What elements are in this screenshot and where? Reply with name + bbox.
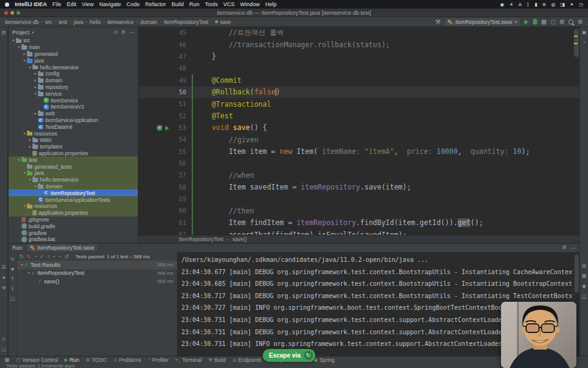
clock-icon[interactable]: ◷: [579, 2, 583, 7]
toolwindow-button-build[interactable]: ⚒Build: [208, 357, 225, 363]
tree-chevron-icon[interactable]: ▾: [33, 91, 38, 96]
hide-passed-icon[interactable]: ✓: [40, 254, 44, 259]
breadcrumb-item[interactable]: itemservice: [107, 19, 134, 25]
zoom-window-icon[interactable]: [17, 11, 20, 15]
project-tree-item[interactable]: ▾src: [9, 37, 138, 44]
test-tree-item[interactable]: ✓save()588 ms: [17, 277, 177, 286]
breadcrumb-item[interactable]: save: [215, 19, 231, 25]
bean-stripe-icon[interactable]: ◉: [582, 284, 586, 289]
editor-line[interactable]: 52 @Test: [138, 110, 579, 121]
tree-chevron-icon[interactable]: ▸: [28, 137, 32, 142]
editor-breadcrumb-item[interactable]: ItemRepositoryTest: [179, 236, 224, 242]
run-test-gutter-icon[interactable]: [165, 126, 169, 131]
breadcrumb-item[interactable]: test: [59, 19, 67, 25]
pin-stripe-icon[interactable]: ▢: [10, 296, 15, 301]
editor-breadcrumb-item[interactable]: save(): [232, 236, 247, 242]
console-line[interactable]: /Users/kimyounghan/.sdkman/candidates/ja…: [181, 254, 573, 266]
settings-gear-icon[interactable]: ⚙: [562, 245, 567, 250]
keyboard-brightness-icon[interactable]: ☀: [509, 2, 513, 7]
toolwindow-button-version-control[interactable]: ▢Version Control: [17, 357, 58, 363]
tree-chevron-icon[interactable]: ▸: [33, 78, 38, 83]
code-editor[interactable]: 45 //트랜잭션 롤백46 //transactionManager.roll…: [138, 27, 579, 235]
project-tree-item[interactable]: ▾main: [9, 44, 138, 51]
tree-chevron-icon[interactable]: ▾: [22, 204, 27, 209]
toolwindow-button-run[interactable]: ▶Run: [64, 357, 79, 363]
toolwindow-switcher-icon[interactable]: ▦: [5, 357, 10, 362]
project-tree-item[interactable]: ▸config: [9, 71, 138, 77]
test-passed-gutter-icon[interactable]: ✓: [157, 125, 162, 131]
tree-chevron-icon[interactable]: ▸: [33, 85, 38, 90]
editor-line[interactable]: 56: [138, 158, 579, 169]
menu-window[interactable]: Window: [240, 1, 260, 7]
project-tree-item[interactable]: CItemServiceApplication: [9, 117, 138, 124]
toolwindow-button-spring[interactable]: ◉Spring: [314, 357, 335, 363]
project-tree-item[interactable]: build.gradle: [9, 223, 138, 229]
hide-panel-icon[interactable]: —: [571, 245, 576, 250]
input-source-icon[interactable]: A: [519, 2, 522, 7]
project-tree-item[interactable]: ▾resources: [9, 203, 138, 210]
tree-chevron-icon[interactable]: ▾: [26, 270, 31, 275]
toggle-auto-test-icon[interactable]: ◔: [34, 254, 37, 259]
problems-stripe-icon[interactable]: ⚠: [2, 337, 6, 342]
stop-button[interactable]: [560, 20, 564, 24]
editor-line[interactable]: 60 //then: [138, 205, 579, 217]
control-center-icon[interactable]: ◨: [560, 2, 565, 7]
sort-icon[interactable]: ↕: [47, 254, 50, 259]
maven-stripe-icon[interactable]: ▥: [582, 263, 586, 268]
bluetooth-icon[interactable]: ᛒ: [527, 2, 530, 7]
editor-line[interactable]: 54 //given: [138, 134, 579, 145]
build-hammer-icon[interactable]: ⚒: [435, 19, 440, 25]
project-tree-item[interactable]: generated_tests: [9, 163, 138, 170]
toolwindow-button-terminal[interactable]: >_Terminal: [175, 357, 202, 363]
editor-line[interactable]: 48: [138, 63, 579, 74]
tree-chevron-icon[interactable]: ▾: [22, 58, 27, 63]
next-test-icon[interactable]: ⇓: [10, 286, 14, 291]
settings-gear-icon[interactable]: ⚙: [578, 19, 583, 25]
menu-build[interactable]: Build: [172, 1, 184, 7]
rerun-stripe-icon[interactable]: ↻: [10, 257, 14, 262]
editor-line[interactable]: 53✓ void save() {: [138, 122, 579, 134]
project-tree-item[interactable]: ▾hello.itemservice: [9, 177, 138, 183]
project-tree-item[interactable]: ▸web: [9, 110, 138, 117]
toolwindow-button-endpoints[interactable]: ◎Endpoints: [233, 357, 262, 363]
project-tree-item[interactable]: application.properties: [9, 150, 138, 157]
editor-line[interactable]: 57 //when: [138, 169, 579, 181]
editor-line[interactable]: 62 assertThat(findItem).isEqualTo(savedI…: [138, 229, 579, 235]
project-tree-item[interactable]: .gitignore: [9, 217, 138, 223]
structure-stripe-icon[interactable]: ☰: [2, 265, 6, 270]
test-tree-item[interactable]: ▾✓ItemRepositoryTest588 ms: [17, 269, 177, 278]
editor-line[interactable]: 47 }: [138, 51, 579, 63]
project-tree-item[interactable]: ▸domain: [9, 77, 138, 84]
project-tree-item[interactable]: gradlew.bat: [9, 236, 138, 243]
siri-icon[interactable]: ✦: [570, 2, 574, 7]
console-line[interactable]: 23:04:30.717 [main] DEBUG org.springfram…: [181, 290, 573, 302]
menu-help[interactable]: Help: [265, 1, 277, 7]
breadcrumb-item[interactable]: ItemRepositoryTest: [164, 19, 208, 25]
editor-line[interactable]: 55 Item item = new Item( itemName: "item…: [138, 145, 579, 157]
breadcrumb-item[interactable]: java: [74, 19, 83, 25]
run-configuration-select[interactable]: ItemRepositoryTest.save▾: [445, 18, 520, 26]
project-tree-item[interactable]: ▾test: [9, 156, 138, 163]
menu-refactor[interactable]: Refactor: [145, 1, 166, 7]
tree-chevron-icon[interactable]: ▾: [11, 38, 16, 43]
project-tree-item[interactable]: ▾java: [9, 57, 138, 64]
expand-all-icon[interactable]: +: [53, 254, 56, 259]
tree-chevron-icon[interactable]: ▸: [33, 71, 38, 76]
wifi-icon[interactable]: ≋: [542, 2, 546, 7]
project-panel-title[interactable]: Project: [12, 29, 29, 36]
rerun-tests-icon[interactable]: ↻: [20, 254, 24, 259]
toolwindow-button-todo[interactable]: ☰TODO: [86, 357, 107, 363]
tree-chevron-icon[interactable]: ▾: [17, 45, 21, 50]
menu-view[interactable]: View: [82, 1, 94, 7]
tree-chevron-icon[interactable]: ▸: [33, 111, 38, 116]
collapse-all-icon[interactable]: −: [59, 254, 62, 259]
editor-line[interactable]: 59: [138, 193, 579, 205]
tree-chevron-icon[interactable]: ▾: [33, 184, 38, 189]
project-tree-item[interactable]: application.properties: [9, 210, 138, 217]
previous-test-icon[interactable]: ⇑: [10, 277, 14, 282]
apple-menu-icon[interactable]: [5, 2, 9, 7]
menu-edit[interactable]: Edit: [67, 1, 77, 7]
settings-gear-icon[interactable]: ⚙: [121, 30, 126, 35]
toolwindow-button-problems[interactable]: ⚠Problems: [113, 357, 141, 363]
editor-line[interactable]: 61 Item findItem = itemRepository.findBy…: [138, 217, 579, 229]
